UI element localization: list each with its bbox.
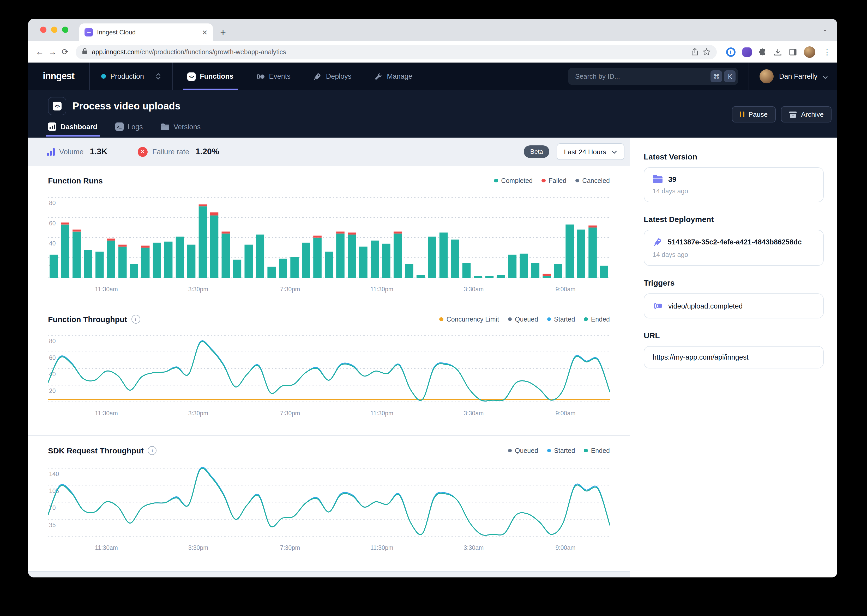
tab-dashboard[interactable]: Dashboard (48, 123, 97, 137)
volume-value: 1.3K (90, 147, 107, 156)
function-runs-legend: CompletedFailedCanceled (494, 177, 610, 184)
legend-dot (547, 449, 551, 453)
legend-item: Concurrency Limit (440, 316, 499, 323)
dashboard-main: Volume 1.3K ✕ Failure rate 1.20% Beta La… (28, 138, 630, 577)
legend-dot (584, 317, 588, 321)
nav-item-functions[interactable]: <> Functions (185, 63, 235, 90)
trigger-card[interactable]: video/upload.completed (644, 294, 824, 318)
function-runs-chart: 2040608011:30am3:30pm7:30pm11:30pm3:30am… (48, 190, 610, 294)
failure-label: Failure rate (152, 148, 189, 156)
browser-tabstrip: Inngest Cloud ✕ + ⌄ (28, 19, 837, 41)
environment-picker[interactable]: Production (90, 63, 172, 90)
svg-text:35: 35 (49, 522, 56, 528)
latest-version-value: 39 (668, 175, 676, 183)
legend-item: Ended (584, 316, 610, 323)
legend-item: Completed (494, 177, 533, 184)
archive-button[interactable]: Archive (781, 106, 832, 123)
legend-dot (541, 179, 545, 183)
time-range-select[interactable]: Last 24 Hours (556, 143, 624, 160)
svg-text:11:30am: 11:30am (95, 544, 118, 551)
info-icon[interactable]: i (131, 315, 140, 324)
svg-text:3:30pm: 3:30pm (188, 410, 208, 416)
svg-text:3:30am: 3:30am (464, 544, 484, 551)
legend-dot (440, 317, 443, 321)
triggers-heading: Triggers (644, 278, 824, 287)
function-tabs: Dashboard >_ Logs Versions (48, 123, 837, 137)
details-sidebar: Latest Version 39 14 days ago Latest Dep… (630, 138, 837, 577)
tab-logs[interactable]: >_ Logs (115, 123, 143, 137)
info-icon[interactable]: i (148, 446, 157, 455)
browser-profile-avatar[interactable] (804, 46, 815, 58)
svg-text:9:00am: 9:00am (556, 286, 575, 292)
latest-version-heading: Latest Version (644, 152, 824, 161)
inngest-logo[interactable]: inngest (28, 71, 89, 82)
page-title: Process video uploads (73, 100, 180, 112)
purple-extension-icon[interactable] (742, 47, 752, 57)
pause-button[interactable]: Pause (732, 106, 776, 123)
svg-text:3:30pm: 3:30pm (188, 286, 208, 292)
svg-text:11:30pm: 11:30pm (370, 410, 393, 416)
extensions-puzzle-icon[interactable] (758, 48, 767, 56)
downloads-icon[interactable] (774, 48, 782, 56)
user-menu[interactable]: Dan Farrelly (749, 63, 837, 90)
function-throughput-legend: Concurrency LimitQueuedStartedEnded (440, 316, 610, 323)
address-bar[interactable]: app.inngest.com/env/production/functions… (76, 44, 717, 59)
latest-version-card[interactable]: 39 14 days ago (644, 167, 824, 202)
legend-dot (584, 449, 588, 453)
new-tab-button[interactable]: + (220, 27, 226, 38)
share-icon[interactable] (691, 48, 698, 56)
volume-bars-icon (47, 148, 55, 156)
function-throughput-chart: 2040608011:30am3:30pm7:30pm11:30pm3:30am… (48, 329, 610, 426)
tab-versions[interactable]: Versions (161, 123, 201, 137)
user-name: Dan Farrelly (779, 72, 817, 80)
bookmark-star-icon[interactable] (703, 48, 711, 56)
nav-item-deploys[interactable]: Deploys (311, 63, 354, 90)
minimize-window-button[interactable] (51, 27, 57, 33)
folder-icon (653, 174, 663, 184)
onepassword-extension-icon[interactable] (726, 47, 736, 57)
volume-stat: Volume 1.3K (47, 147, 107, 156)
url-card[interactable]: https://my-app.com/api/inngest (644, 346, 824, 368)
terminal-icon: >_ (115, 123, 123, 131)
tab-title: Inngest Cloud (97, 29, 198, 36)
tab-search-chevron-icon[interactable]: ⌄ (822, 25, 828, 33)
archive-icon (788, 111, 797, 118)
nav-item-manage[interactable]: Manage (371, 63, 415, 90)
k-key-badge: K (724, 70, 736, 82)
svg-text:20: 20 (49, 388, 56, 394)
legend-item: Canceled (575, 177, 610, 184)
url-host: app.inngest.com (92, 48, 140, 55)
svg-text:3:30am: 3:30am (464, 286, 484, 292)
url-path: /env/production/functions/growth-webapp-… (140, 48, 286, 55)
legend-item: Failed (541, 177, 566, 184)
search-input[interactable]: Search by ID... ⌘ K (568, 68, 738, 85)
browser-tab[interactable]: Inngest Cloud ✕ (79, 24, 213, 41)
legend-dot (508, 449, 512, 453)
volume-label: Volume (59, 148, 84, 156)
window-controls[interactable] (40, 27, 68, 33)
back-button[interactable]: ← (35, 47, 45, 57)
function-header: <> Process video uploads Dashboard >_ Lo… (28, 90, 837, 138)
svg-text:11:30am: 11:30am (95, 410, 118, 416)
rocket-icon (653, 237, 662, 247)
legend-item: Started (547, 316, 575, 323)
stats-bar: Volume 1.3K ✕ Failure rate 1.20% Beta La… (28, 138, 630, 166)
url-heading: URL (644, 331, 824, 340)
tab-close-icon[interactable]: ✕ (202, 29, 208, 36)
functions-icon: <> (187, 72, 195, 80)
legend-item: Ended (584, 447, 610, 454)
environment-status-dot (101, 74, 106, 79)
reload-button[interactable]: ⟳ (60, 47, 71, 57)
function-runs-section: Function Runs CompletedFailedCanceled 20… (28, 166, 630, 297)
sidepanel-icon[interactable] (789, 48, 797, 56)
browser-menu-icon[interactable]: ⋮ (823, 47, 831, 57)
legend-item: Started (547, 447, 575, 454)
forward-button[interactable]: → (47, 47, 58, 57)
latest-deployment-card[interactable]: 5141387e-35c2-4efe-a421-4843b86258dc 14 … (644, 230, 824, 266)
nav-item-events[interactable]: Events (253, 63, 293, 90)
close-window-button[interactable] (40, 27, 46, 33)
inngest-favicon-icon (85, 28, 93, 36)
nav-items: <> Functions Events Deploys Manage (185, 63, 415, 90)
section-title: SDK Request Throughput (48, 446, 144, 455)
zoom-window-button[interactable] (62, 27, 68, 33)
